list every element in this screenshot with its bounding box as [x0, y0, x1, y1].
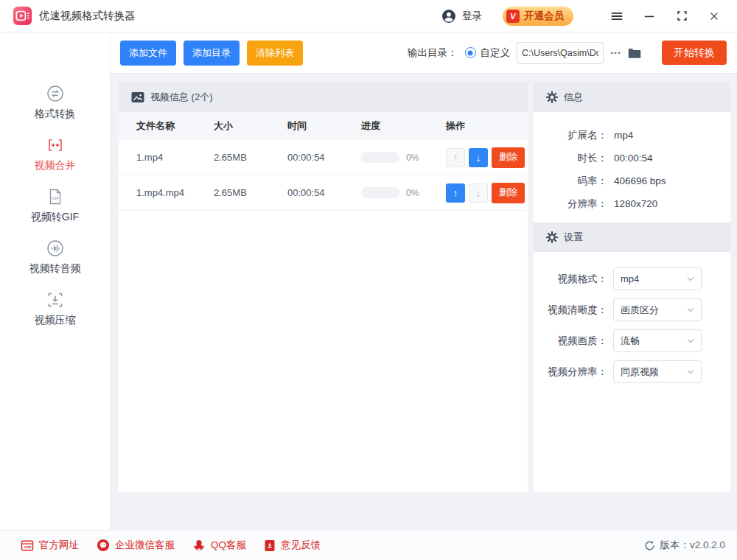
login-button[interactable]: 登录 [441, 8, 482, 24]
hamburger-icon [609, 9, 624, 24]
website-icon: .com [21, 539, 34, 552]
panel-title: 视频信息 (2个) [150, 91, 213, 104]
info-title: 信息 [564, 91, 583, 104]
column-header: 进度 [361, 119, 446, 133]
chevron-down-icon [687, 338, 694, 343]
progress-percent: 0% [406, 153, 419, 163]
gear-icon [546, 91, 558, 103]
custom-radio[interactable] [465, 47, 476, 58]
table-header: 文件名称 大小 时间 进度 操作 [119, 112, 528, 140]
output-path-input[interactable] [517, 42, 604, 64]
arrow-up-icon: ↑ [453, 187, 458, 199]
clear-list-button[interactable]: 清除列表 [247, 41, 303, 66]
sidebar-item-label: 视频压缩 [35, 314, 76, 327]
row-actions: ↑ ↓ 删除 [446, 183, 528, 203]
sidebar: 格式转换 视频合并 GIF 视频转GIF 视频转音频 [0, 32, 111, 530]
column-header: 大小 [214, 119, 287, 133]
video-merge-icon [46, 136, 65, 155]
qq-icon [192, 539, 206, 552]
progress-bar [361, 187, 399, 198]
start-convert-button[interactable]: 开始转换 [662, 41, 727, 65]
refresh-icon [644, 540, 655, 551]
svg-text:.com: .com [24, 545, 32, 549]
file-size: 2.65MB [214, 152, 287, 163]
minimize-icon [643, 10, 655, 22]
format-convert-icon [46, 84, 65, 103]
folder-icon[interactable] [627, 46, 642, 60]
maximize-icon [676, 10, 688, 22]
video-list-panel: 视频信息 (2个) 文件名称 大小 时间 进度 操作 1.mp4 2.65MB … [119, 83, 528, 492]
menu-button[interactable] [609, 8, 625, 24]
titlebar-controls: 登录 V 开通会员 [441, 7, 722, 26]
file-size: 2.65MB [214, 187, 287, 198]
info-header: 信息 [534, 83, 730, 112]
sidebar-item-video-to-audio[interactable]: 视频转音频 [0, 239, 110, 290]
feedback-link[interactable]: 意见反馈 [264, 539, 321, 552]
wechat-icon [97, 539, 110, 552]
settings-header: 设置 [534, 223, 730, 252]
arrow-down-icon: ↓ [476, 152, 481, 164]
wechat-support-link[interactable]: 企业微信客服 [97, 539, 175, 552]
chevron-down-icon [687, 369, 694, 374]
qq-support-link[interactable]: QQ客服 [192, 539, 246, 552]
minimize-button[interactable] [641, 8, 657, 24]
titlebar: 优速视频格式转换器 登录 V 开通会员 [0, 0, 737, 32]
progress-percent: 0% [406, 188, 419, 198]
table-row[interactable]: 1.mp4.mp4 2.65MB 00:00:54 0% ↑ ↓ 删除 [119, 175, 528, 211]
app-window: 优速视频格式转换器 登录 V 开通会员 [0, 0, 737, 560]
image-icon [131, 91, 144, 103]
settings-row: 视频清晰度： 画质区分 [534, 298, 730, 321]
more-options-button[interactable]: ··· [610, 46, 621, 59]
audio-icon [46, 239, 65, 258]
select-video-format[interactable]: mp4 [613, 267, 702, 290]
move-up-button[interactable]: ↑ [446, 148, 465, 167]
video-info-header: 视频信息 (2个) [119, 83, 528, 112]
sidebar-item-label: 视频合并 [35, 159, 76, 172]
settings-title: 设置 [564, 231, 583, 244]
sidebar-item-video-to-gif[interactable]: GIF 视频转GIF [0, 187, 110, 239]
login-label: 登录 [462, 10, 482, 23]
official-website-link[interactable]: .com 官方网址 [21, 539, 79, 552]
sidebar-item-format-convert[interactable]: 格式转换 [0, 84, 110, 136]
add-directory-button[interactable]: 添加目录 [184, 41, 240, 66]
select-video-quality[interactable]: 流畅 [613, 329, 702, 352]
move-down-button[interactable]: ↓ [469, 148, 488, 167]
output-directory-group: 输出目录： 自定义 ··· 开始转换 [408, 41, 727, 65]
info-list: 扩展名： mp4 时长： 00:00:54 码率： 406696 bps 分辨率… [534, 112, 730, 215]
version-label: 版本：v2.0.2.0 [644, 539, 725, 552]
close-button[interactable] [706, 8, 722, 24]
move-down-button[interactable]: ↓ [469, 183, 488, 203]
move-up-button[interactable]: ↑ [446, 183, 465, 203]
sidebar-item-label: 视频转GIF [31, 211, 79, 224]
file-name: 1.mp4 [136, 152, 214, 163]
vip-button[interactable]: V 开通会员 [503, 7, 573, 26]
table-row[interactable]: 1.mp4 2.65MB 00:00:54 0% ↑ ↓ 删除 [119, 140, 528, 175]
user-icon [441, 8, 457, 24]
sidebar-item-label: 格式转换 [35, 108, 76, 121]
delete-button[interactable]: 删除 [492, 147, 525, 168]
details-panel: 信息 扩展名： mp4 时长： 00:00:54 码率： 406696 bps … [534, 83, 730, 492]
chevron-down-icon [687, 276, 694, 281]
gear-icon [546, 231, 558, 243]
app-title: 优速视频格式转换器 [39, 9, 136, 23]
add-file-button[interactable]: 添加文件 [120, 41, 176, 66]
close-icon [708, 10, 720, 22]
app-logo-icon [13, 7, 32, 25]
settings-row: 视频分辨率： 同原视频 [534, 360, 730, 383]
progress-cell: 0% [361, 187, 446, 198]
select-video-clarity[interactable]: 画质区分 [613, 298, 702, 321]
output-directory-label: 输出目录： [408, 46, 458, 60]
delete-button[interactable]: 删除 [492, 183, 525, 203]
sidebar-item-video-compress[interactable]: 视频压缩 [0, 290, 110, 342]
info-row: 分辨率： 1280x720 [534, 192, 730, 215]
sidebar-item-video-merge[interactable]: 视频合并 [0, 136, 110, 187]
svg-text:GIF: GIF [52, 196, 59, 200]
vip-label: 开通会员 [524, 10, 564, 23]
select-video-resolution[interactable]: 同原视频 [613, 360, 702, 383]
file-time: 00:00:54 [287, 187, 361, 198]
maximize-button[interactable] [674, 8, 690, 24]
compress-icon [46, 290, 65, 309]
column-header: 文件名称 [136, 119, 214, 133]
arrow-up-icon: ↑ [453, 152, 458, 164]
vip-icon: V [506, 10, 520, 23]
